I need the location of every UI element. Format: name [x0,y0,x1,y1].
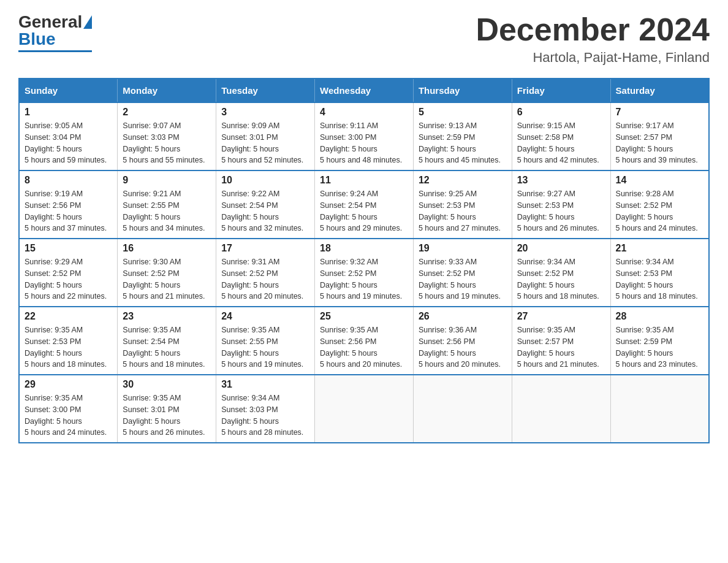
calendar-day-cell: 17 Sunrise: 9:31 AMSunset: 2:52 PMDaylig… [216,239,315,307]
day-info: Sunrise: 9:09 AMSunset: 3:01 PMDaylight:… [221,121,303,164]
day-number: 13 [517,175,605,186]
calendar-day-cell: 31 Sunrise: 9:34 AMSunset: 3:03 PMDaylig… [216,375,315,443]
calendar-week-row: 8 Sunrise: 9:19 AMSunset: 2:56 PMDayligh… [19,170,709,239]
calendar-day-cell: 9 Sunrise: 9:21 AMSunset: 2:55 PMDayligh… [118,170,216,239]
calendar-day-cell: 15 Sunrise: 9:29 AMSunset: 2:52 PMDaylig… [19,239,118,307]
title-area: December 2024 Hartola, Paijat-Hame, Finl… [476,12,710,66]
page-header: General Blue December 2024 Hartola, Paij… [18,12,710,66]
day-number: 14 [616,175,703,186]
col-sunday: Sunday [19,79,118,102]
logo-line [18,50,92,52]
day-info: Sunrise: 9:32 AMSunset: 2:52 PMDaylight:… [320,258,402,301]
day-number: 11 [320,175,408,186]
calendar-week-row: 1 Sunrise: 9:05 AMSunset: 3:04 PMDayligh… [19,102,709,170]
col-saturday: Saturday [610,79,709,102]
day-number: 23 [123,311,211,322]
day-number: 8 [25,175,112,186]
day-info: Sunrise: 9:35 AMSunset: 2:55 PMDaylight:… [221,326,303,369]
day-number: 12 [419,175,507,186]
calendar-day-cell: 27 Sunrise: 9:35 AMSunset: 2:57 PMDaylig… [512,307,610,375]
logo-triangle-icon [83,15,92,29]
day-number: 29 [25,379,112,390]
calendar-week-row: 15 Sunrise: 9:29 AMSunset: 2:52 PMDaylig… [19,239,709,307]
calendar-day-cell: 7 Sunrise: 9:17 AMSunset: 2:57 PMDayligh… [610,102,709,170]
calendar-day-cell: 28 Sunrise: 9:35 AMSunset: 2:59 PMDaylig… [610,307,709,375]
day-number: 3 [221,107,309,118]
day-info: Sunrise: 9:35 AMSunset: 2:53 PMDaylight:… [25,326,107,369]
day-info: Sunrise: 9:33 AMSunset: 2:52 PMDaylight:… [419,258,501,301]
day-number: 21 [616,243,703,254]
calendar-day-cell [315,375,414,443]
day-number: 6 [517,107,605,118]
day-number: 26 [419,311,507,322]
day-info: Sunrise: 9:17 AMSunset: 2:57 PMDaylight:… [616,121,698,164]
calendar-day-cell: 4 Sunrise: 9:11 AMSunset: 3:00 PMDayligh… [315,102,414,170]
day-info: Sunrise: 9:28 AMSunset: 2:52 PMDaylight:… [616,190,698,232]
day-number: 15 [25,243,112,254]
day-info: Sunrise: 9:34 AMSunset: 2:52 PMDaylight:… [517,258,599,301]
day-number: 19 [419,243,507,254]
day-info: Sunrise: 9:13 AMSunset: 2:59 PMDaylight:… [419,121,501,164]
day-number: 27 [517,311,605,322]
day-number: 9 [123,175,211,186]
day-number: 16 [123,243,211,254]
calendar-day-cell: 24 Sunrise: 9:35 AMSunset: 2:55 PMDaylig… [216,307,315,375]
day-number: 5 [419,107,507,118]
location-subtitle: Hartola, Paijat-Hame, Finland [476,50,710,66]
month-title: December 2024 [476,12,710,47]
day-info: Sunrise: 9:27 AMSunset: 2:53 PMDaylight:… [517,190,599,232]
calendar-day-cell: 13 Sunrise: 9:27 AMSunset: 2:53 PMDaylig… [512,170,610,239]
calendar-day-cell: 25 Sunrise: 9:35 AMSunset: 2:56 PMDaylig… [315,307,414,375]
logo-blue: Blue [18,29,56,48]
logo: General Blue [18,12,92,52]
day-info: Sunrise: 9:29 AMSunset: 2:52 PMDaylight:… [25,258,107,301]
day-info: Sunrise: 9:25 AMSunset: 2:53 PMDaylight:… [419,190,501,232]
day-info: Sunrise: 9:15 AMSunset: 2:58 PMDaylight:… [517,121,599,164]
day-number: 31 [221,379,309,390]
day-info: Sunrise: 9:21 AMSunset: 2:55 PMDaylight:… [123,190,205,232]
day-info: Sunrise: 9:30 AMSunset: 2:52 PMDaylight:… [123,258,205,301]
calendar-day-cell: 26 Sunrise: 9:36 AMSunset: 2:56 PMDaylig… [413,307,512,375]
day-number: 30 [123,379,211,390]
day-info: Sunrise: 9:11 AMSunset: 3:00 PMDaylight:… [320,121,402,164]
day-info: Sunrise: 9:05 AMSunset: 3:04 PMDaylight:… [25,121,107,164]
col-monday: Monday [118,79,216,102]
day-info: Sunrise: 9:35 AMSunset: 3:00 PMDaylight:… [25,394,107,437]
calendar-day-cell: 29 Sunrise: 9:35 AMSunset: 3:00 PMDaylig… [19,375,118,443]
col-thursday: Thursday [413,79,512,102]
calendar-day-cell: 2 Sunrise: 9:07 AMSunset: 3:03 PMDayligh… [118,102,216,170]
day-number: 2 [123,107,211,118]
day-info: Sunrise: 9:35 AMSunset: 2:59 PMDaylight:… [616,326,698,369]
day-info: Sunrise: 9:31 AMSunset: 2:52 PMDaylight:… [221,258,303,301]
calendar-day-cell: 3 Sunrise: 9:09 AMSunset: 3:01 PMDayligh… [216,102,315,170]
day-number: 24 [221,311,309,322]
day-number: 7 [616,107,703,118]
calendar-header-row: Sunday Monday Tuesday Wednesday Thursday… [19,79,709,102]
col-tuesday: Tuesday [216,79,315,102]
day-info: Sunrise: 9:36 AMSunset: 2:56 PMDaylight:… [419,326,501,369]
day-info: Sunrise: 9:35 AMSunset: 2:56 PMDaylight:… [320,326,402,369]
calendar-week-row: 22 Sunrise: 9:35 AMSunset: 2:53 PMDaylig… [19,307,709,375]
calendar-day-cell: 18 Sunrise: 9:32 AMSunset: 2:52 PMDaylig… [315,239,414,307]
calendar-table: Sunday Monday Tuesday Wednesday Thursday… [18,78,710,443]
calendar-day-cell [512,375,610,443]
calendar-day-cell: 16 Sunrise: 9:30 AMSunset: 2:52 PMDaylig… [118,239,216,307]
calendar-day-cell [413,375,512,443]
day-info: Sunrise: 9:35 AMSunset: 2:54 PMDaylight:… [123,326,205,369]
day-info: Sunrise: 9:19 AMSunset: 2:56 PMDaylight:… [25,190,107,232]
day-number: 28 [616,311,703,322]
calendar-week-row: 29 Sunrise: 9:35 AMSunset: 3:00 PMDaylig… [19,375,709,443]
calendar-day-cell: 6 Sunrise: 9:15 AMSunset: 2:58 PMDayligh… [512,102,610,170]
calendar-day-cell: 8 Sunrise: 9:19 AMSunset: 2:56 PMDayligh… [19,170,118,239]
day-number: 25 [320,311,408,322]
calendar-day-cell: 22 Sunrise: 9:35 AMSunset: 2:53 PMDaylig… [19,307,118,375]
day-number: 1 [25,107,112,118]
day-number: 4 [320,107,408,118]
calendar-day-cell: 11 Sunrise: 9:24 AMSunset: 2:54 PMDaylig… [315,170,414,239]
day-info: Sunrise: 9:24 AMSunset: 2:54 PMDaylight:… [320,190,402,232]
calendar-day-cell: 30 Sunrise: 9:35 AMSunset: 3:01 PMDaylig… [118,375,216,443]
day-info: Sunrise: 9:22 AMSunset: 2:54 PMDaylight:… [221,190,303,232]
calendar-day-cell: 5 Sunrise: 9:13 AMSunset: 2:59 PMDayligh… [413,102,512,170]
calendar-day-cell: 10 Sunrise: 9:22 AMSunset: 2:54 PMDaylig… [216,170,315,239]
calendar-day-cell [610,375,709,443]
